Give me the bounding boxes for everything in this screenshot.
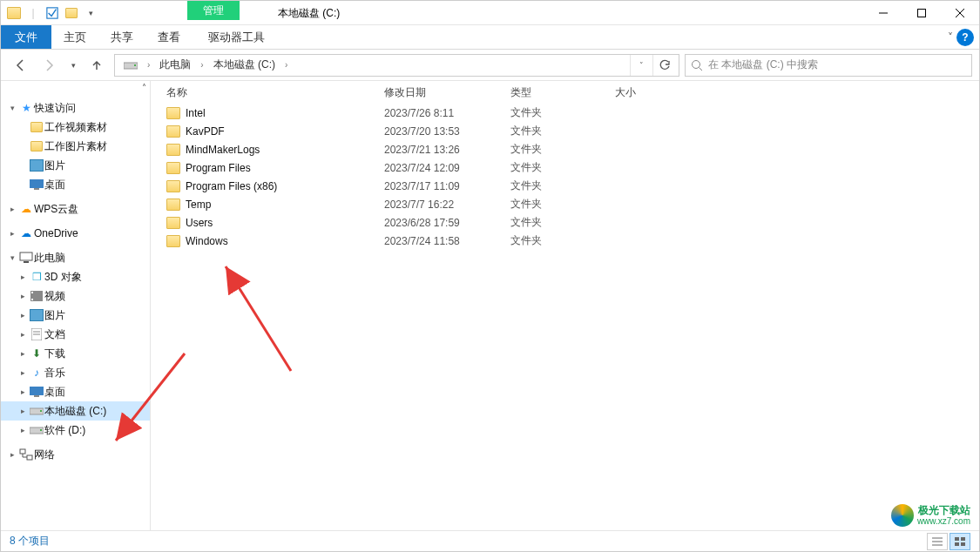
tree-item-icon: [29, 387, 44, 397]
table-row[interactable]: Program Files (x86)2023/7/17 11:09文件夹: [159, 177, 979, 195]
tab-view[interactable]: 查看: [145, 25, 193, 49]
column-name[interactable]: 名称: [159, 85, 377, 100]
navigation-pane: ˄ ▾★快速访问工作视频素材工作图片素材图片桌面▸☁WPS云盘▸☁OneDriv…: [1, 81, 151, 530]
address-bar[interactable]: › 此电脑 › 本地磁盘 (C:) › ˅: [114, 54, 679, 77]
table-row[interactable]: Intel2023/7/26 8:11文件夹: [159, 104, 979, 122]
ribbon-expand-icon[interactable]: ˅: [948, 31, 953, 44]
ribbon-context-tab[interactable]: 管理: [187, 1, 240, 20]
sidebar-item-work-images[interactable]: 工作图片素材: [1, 137, 150, 156]
sidebar-item-pictures-pc[interactable]: ▸图片: [1, 306, 150, 325]
breadcrumb-this-pc[interactable]: 此电脑: [154, 55, 196, 76]
sidebar-item-network[interactable]: ▸网络: [1, 445, 150, 464]
svg-rect-14: [31, 292, 33, 293]
svg-rect-25: [20, 449, 25, 454]
tree-arrow-icon[interactable]: ▸: [6, 229, 18, 238]
table-row[interactable]: MindMakerLogs2023/7/21 13:26文件夹: [159, 140, 979, 158]
up-button[interactable]: [84, 54, 109, 77]
file-type: 文件夹: [504, 233, 608, 248]
file-date: 2023/7/7 16:22: [377, 199, 504, 211]
tree-arrow-icon[interactable]: ▸: [17, 330, 29, 339]
maximize-button[interactable]: [902, 1, 941, 25]
chevron-right-icon[interactable]: ›: [145, 60, 152, 70]
sidebar-item-desktop-pc[interactable]: ▸桌面: [1, 382, 150, 401]
folder-icon: [166, 199, 180, 211]
sidebar-item-3d-objects[interactable]: ▸❒3D 对象: [1, 267, 150, 286]
sidebar-item-desktop[interactable]: 桌面: [1, 175, 150, 194]
sidebar-item-this-pc[interactable]: ▾此电脑: [1, 248, 150, 267]
tree-arrow-icon[interactable]: ▾: [6, 104, 18, 112]
sidebar-item-downloads[interactable]: ▸⬇下载: [1, 344, 150, 363]
address-drive-icon[interactable]: [118, 55, 143, 76]
refresh-button[interactable]: [652, 55, 675, 76]
nav-collapse-icon[interactable]: ˄: [142, 83, 146, 92]
sidebar-item-wps-cloud[interactable]: ▸☁WPS云盘: [1, 199, 150, 219]
tree-arrow-icon[interactable]: ▾: [6, 253, 18, 262]
tree-arrow-icon[interactable]: ▸: [17, 273, 29, 281]
file-name: Temp: [186, 199, 211, 211]
sidebar-item-music[interactable]: ▸♪音乐: [1, 363, 150, 382]
tab-share[interactable]: 共享: [98, 25, 145, 49]
tree-item-label: 桌面: [44, 385, 65, 400]
quick-access-toolbar: | ▾: [1, 3, 104, 23]
svg-rect-33: [961, 542, 965, 546]
table-row[interactable]: Windows2023/7/24 11:58文件夹: [159, 232, 979, 250]
sidebar-item-drive-c[interactable]: ▸本地磁盘 (C:): [1, 401, 150, 421]
sidebar-item-videos[interactable]: ▸视频: [1, 286, 150, 306]
tree-item-label: WPS云盘: [34, 202, 78, 217]
chevron-right-icon[interactable]: ›: [282, 60, 290, 70]
address-dropdown-button[interactable]: ˅: [630, 55, 652, 76]
svg-rect-15: [31, 299, 33, 300]
tree-arrow-icon[interactable]: ▸: [17, 426, 29, 434]
svg-rect-26: [27, 455, 32, 460]
recent-locations-button[interactable]: ▾: [67, 54, 79, 77]
sidebar-item-quick-access[interactable]: ▾★快速访问: [1, 98, 150, 118]
window-controls: [864, 1, 979, 25]
forward-button[interactable]: [37, 54, 62, 77]
sidebar-item-drive-d[interactable]: ▸软件 (D:): [1, 421, 150, 440]
tree-arrow-icon[interactable]: ▸: [17, 387, 29, 396]
column-date[interactable]: 修改日期: [377, 85, 504, 100]
sidebar-item-documents[interactable]: ▸文档: [1, 325, 150, 344]
tree-arrow-icon[interactable]: ▸: [17, 407, 29, 415]
help-icon[interactable]: ?: [956, 29, 974, 46]
table-row[interactable]: Users2023/6/28 17:59文件夹: [159, 213, 979, 232]
tree-arrow-icon[interactable]: ▸: [6, 205, 18, 213]
sidebar-item-pictures[interactable]: 图片: [1, 156, 150, 175]
column-type[interactable]: 类型: [504, 85, 608, 100]
tree-arrow-icon[interactable]: ▸: [17, 368, 29, 377]
tree-arrow-icon[interactable]: ▸: [17, 349, 29, 358]
column-size[interactable]: 大小: [608, 85, 660, 100]
search-input[interactable]: 在 本地磁盘 (C:) 中搜索: [685, 54, 972, 77]
view-large-icons-button[interactable]: [950, 533, 970, 550]
table-row[interactable]: Temp2023/7/7 16:22文件夹: [159, 195, 979, 213]
status-bar: 8 个项目: [1, 530, 979, 551]
svg-rect-32: [955, 542, 959, 546]
back-button[interactable]: [8, 54, 32, 77]
file-name: KavPDF: [186, 125, 225, 138]
folder-icon: [166, 180, 180, 192]
chevron-right-icon[interactable]: ›: [198, 60, 206, 70]
tab-home[interactable]: 主页: [51, 25, 98, 49]
folder-small-icon[interactable]: [62, 3, 81, 23]
close-button[interactable]: [941, 1, 979, 25]
tree-item-icon: [29, 291, 44, 301]
minimize-button[interactable]: [864, 1, 902, 25]
table-row[interactable]: Program Files2023/7/24 12:09文件夹: [159, 158, 979, 177]
tree-item-label: 3D 对象: [44, 270, 82, 285]
tab-drive-tools[interactable]: 驱动器工具: [196, 25, 277, 49]
breadcrumb-drive-c[interactable]: 本地磁盘 (C:): [208, 55, 280, 76]
file-type: 文件夹: [504, 215, 608, 230]
tree-arrow-icon[interactable]: ▸: [17, 311, 29, 320]
qat-overflow-icon[interactable]: ▾: [81, 3, 100, 23]
tree-arrow-icon[interactable]: ▸: [17, 292, 29, 300]
sidebar-item-onedrive[interactable]: ▸☁OneDrive: [1, 224, 150, 243]
tree-item-icon: [18, 448, 34, 461]
tree-item-label: 工作视频素材: [44, 120, 107, 135]
file-tab[interactable]: 文件: [1, 25, 51, 49]
folder-icon: [4, 3, 24, 23]
tree-arrow-icon[interactable]: ▸: [6, 450, 18, 459]
sidebar-item-work-video[interactable]: 工作视频素材: [1, 118, 150, 137]
table-row[interactable]: KavPDF2023/7/20 13:53文件夹: [159, 122, 979, 140]
checkbox-icon[interactable]: [43, 3, 62, 23]
view-details-button[interactable]: [927, 533, 948, 550]
